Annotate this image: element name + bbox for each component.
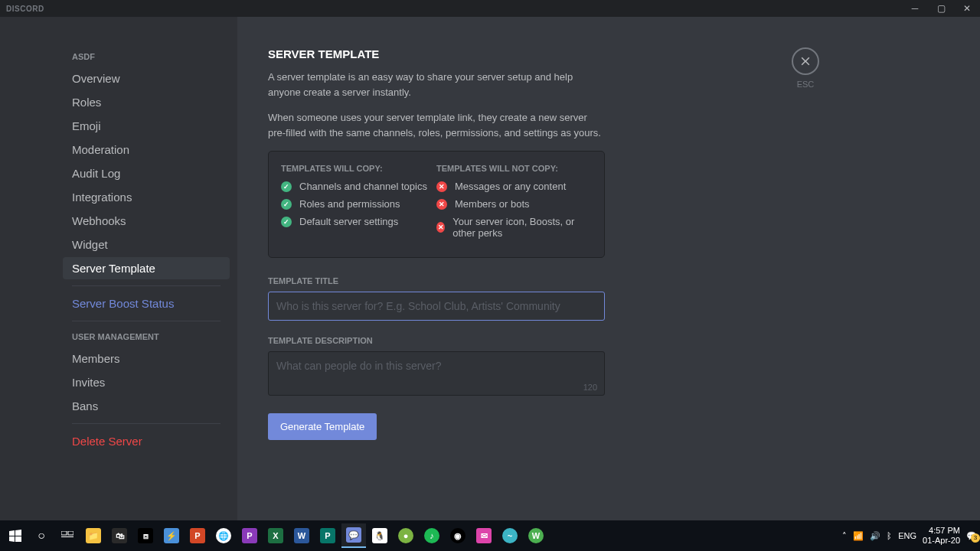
sidebar-item-integrations[interactable]: Integrations [63, 186, 230, 208]
server-name-heading: ASDF [63, 47, 230, 66]
sidebar-item-moderation[interactable]: Moderation [63, 139, 230, 161]
sidebar-item-members[interactable]: Members [63, 347, 230, 370]
sidebar-item-invites[interactable]: Invites [63, 371, 230, 393]
file-explorer-icon[interactable]: 📁 [81, 523, 106, 548]
settings-sidebar: ASDF Overview Roles Emoji Moderation Aud… [0, 17, 237, 520]
sidebar-item-delete-server[interactable]: Delete Server [63, 430, 230, 452]
volume-icon[interactable]: 🔊 [870, 531, 880, 541]
divider [72, 321, 220, 321]
publisher-icon[interactable]: P [315, 523, 340, 548]
cortana-button[interactable]: ○ [29, 523, 54, 548]
app-icon-2[interactable]: 🐧 [368, 523, 392, 548]
chrome-icon[interactable]: 🌐 [211, 523, 236, 548]
check-icon: ✓ [281, 217, 292, 227]
svg-rect-0 [61, 531, 67, 535]
copy-item: ✓ Roles and permissions [281, 198, 436, 210]
app-icon-4[interactable]: ✉ [472, 523, 496, 548]
obs-icon[interactable]: ◉ [446, 523, 470, 548]
notifications-icon[interactable]: 💬3 [966, 531, 977, 541]
description-2: When someone uses your server template l… [268, 110, 605, 140]
sublime-icon[interactable]: ⚡ [159, 523, 184, 548]
clock[interactable]: 4:57 PM 01-Apr-20 [923, 526, 960, 546]
sidebar-item-overview[interactable]: Overview [63, 67, 230, 90]
task-view-icon [61, 531, 74, 540]
app-icon-5[interactable]: ~ [498, 523, 522, 548]
sidebar-item-server-template[interactable]: Server Template [63, 257, 230, 279]
template-title-input[interactable] [268, 292, 605, 321]
will-copy-heading: TEMPLATES WILL COPY: [281, 164, 436, 173]
word-icon[interactable]: W [289, 523, 314, 548]
divider [72, 285, 220, 286]
will-not-copy-heading: TEMPLATES WILL NOT COPY: [436, 164, 592, 173]
template-description-label: TEMPLATE DESCRIPTION [268, 336, 605, 345]
nocopy-item: ✕ Your server icon, Boosts, or other per… [436, 216, 592, 239]
task-view-button[interactable] [55, 523, 80, 548]
cross-icon: ✕ [436, 199, 447, 210]
start-button[interactable] [3, 523, 28, 548]
dropbox-icon[interactable]: ⧈ [133, 523, 158, 548]
check-icon: ✓ [281, 181, 292, 192]
template-description-input[interactable] [268, 351, 605, 396]
generate-template-button[interactable]: Generate Template [268, 413, 377, 440]
language-indicator[interactable]: ENG [898, 531, 916, 540]
app-icon[interactable]: P [237, 523, 262, 548]
cross-icon: ✕ [436, 222, 445, 233]
copy-item: ✓ Channels and channel topics [281, 181, 436, 192]
sidebar-item-bans[interactable]: Bans [63, 395, 230, 417]
discord-logo: DISCORD [6, 5, 44, 13]
excel-icon[interactable]: X [263, 523, 288, 548]
svg-rect-2 [61, 536, 74, 537]
wifi-icon[interactable]: 📶 [853, 531, 864, 541]
app-icon-3[interactable]: ● [394, 523, 418, 548]
minimize-button[interactable]: ─ [908, 3, 922, 14]
nocopy-item: ✕ Messages or any content [436, 181, 592, 192]
window-controls: ─ ▢ ✕ [908, 3, 974, 14]
windows-icon [9, 530, 21, 542]
app-icon-6[interactable]: W [524, 523, 548, 548]
copy-info-box: TEMPLATES WILL COPY: ✓ Channels and chan… [268, 151, 605, 258]
cross-icon: ✕ [436, 181, 447, 192]
spotify-icon[interactable]: ♪ [420, 523, 444, 548]
sidebar-item-audit-log[interactable]: Audit Log [63, 162, 230, 184]
sidebar-item-webhooks[interactable]: Webhooks [63, 210, 230, 232]
svg-rect-1 [68, 531, 74, 535]
bluetooth-icon[interactable]: ᛒ [887, 531, 892, 540]
sidebar-item-emoji[interactable]: Emoji [63, 115, 230, 137]
close-window-button[interactable]: ✕ [960, 3, 974, 14]
nocopy-item: ✕ Members or bots [436, 198, 592, 210]
description-1: A server template is an easy way to shar… [268, 70, 605, 99]
windows-taskbar: ○ 📁 🛍 ⧈ ⚡ P 🌐 P X W P 💬 🐧 ● ♪ ◉ ✉ ~ W ˄ … [0, 520, 980, 551]
sidebar-item-widget[interactable]: Widget [63, 233, 230, 256]
char-count: 120 [583, 383, 597, 392]
page-title: SERVER TEMPLATE [268, 47, 605, 60]
divider [72, 423, 220, 424]
settings-content: ESC SERVER TEMPLATE A server template is… [237, 17, 980, 520]
close-settings-button[interactable] [792, 47, 819, 75]
copy-item: ✓ Default server settings [281, 216, 436, 227]
user-management-heading: USER MANAGEMENT [63, 328, 230, 346]
sidebar-item-boost-status[interactable]: Server Boost Status [63, 292, 230, 315]
powerpoint-icon[interactable]: P [185, 523, 210, 548]
titlebar: DISCORD ─ ▢ ✕ [0, 0, 980, 17]
esc-label: ESC [792, 80, 819, 89]
template-title-label: TEMPLATE TITLE [268, 276, 605, 285]
sidebar-item-roles[interactable]: Roles [63, 91, 230, 113]
discord-taskbar-icon[interactable]: 💬 [341, 523, 366, 548]
tray-chevron-icon[interactable]: ˄ [842, 531, 847, 541]
maximize-button[interactable]: ▢ [934, 3, 948, 14]
store-icon[interactable]: 🛍 [107, 523, 132, 548]
check-icon: ✓ [281, 199, 292, 210]
close-icon [799, 55, 812, 67]
